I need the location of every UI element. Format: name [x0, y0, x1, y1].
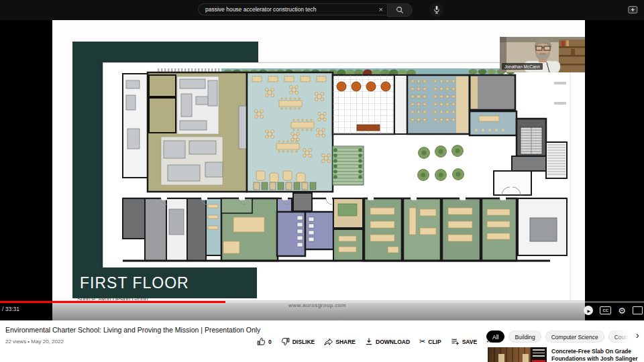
video-player[interactable]: FIRST FLOOR Source: Avon Design Group ww…: [0, 20, 644, 320]
auditorium-area: [407, 75, 470, 134]
dislike-button[interactable]: DISLIKE: [281, 337, 315, 346]
progress-played: [0, 301, 225, 303]
chips-next-arrow-icon[interactable]: [636, 330, 639, 341]
website-note: www.aurosgroup.com: [288, 302, 346, 308]
slide-title-block: FIRST FLOOR: [72, 267, 257, 298]
top-bar: [0, 0, 644, 20]
save-button[interactable]: SAVE: [451, 338, 478, 346]
thumbs-down-icon: [281, 337, 290, 346]
chips-fade: [614, 330, 635, 345]
terrace: [333, 146, 364, 185]
search-icon: [396, 6, 404, 14]
download-button[interactable]: DOWNLOAD: [365, 337, 410, 346]
vestibule: [494, 171, 531, 195]
scissors-icon: [419, 337, 425, 346]
first-floor-heading: FIRST FLOOR: [72, 274, 189, 292]
youtube-watch-page: FIRST FLOOR Source: Avon Design Group ww…: [0, 0, 644, 362]
video-title: Environmental Charter School: Living and…: [5, 326, 260, 334]
like-button[interactable]: 0: [257, 337, 272, 346]
chip-building[interactable]: Building: [508, 330, 541, 343]
video-meta: 22 views • May 20, 2022: [5, 339, 64, 345]
miniplayer-icon[interactable]: [633, 306, 643, 314]
create-video-button[interactable]: [628, 5, 639, 13]
download-icon: [365, 337, 373, 346]
stair-lobby: [512, 156, 546, 171]
create-video-icon: [628, 5, 639, 14]
slide-bottom-band: www.aurosgroup.com: [52, 300, 585, 320]
voice-search-button[interactable]: [429, 3, 443, 17]
fire-stair: [546, 142, 567, 178]
patio-link-room: [394, 75, 407, 134]
chip-all[interactable]: All: [486, 330, 504, 343]
share-icon: [324, 338, 333, 346]
kitchen-area: [148, 72, 247, 192]
patio-area: [333, 75, 394, 134]
presentation-slide: FIRST FLOOR Source: Avon Design Group ww…: [52, 20, 585, 320]
search-button[interactable]: [387, 3, 413, 17]
settings-gear-icon[interactable]: [618, 304, 626, 316]
microphone-icon: [433, 5, 440, 14]
related-title[interactable]: Concrete-Free Slab On Grade Foundations …: [551, 348, 642, 362]
search-box[interactable]: [198, 3, 387, 15]
time-display: / 33:31: [2, 306, 19, 312]
clear-search-icon[interactable]: [379, 6, 383, 13]
slide-accent-left-bar: [72, 42, 104, 298]
clip-button[interactable]: CLIP: [419, 337, 441, 346]
classrooms: [123, 193, 567, 261]
progress-bar[interactable]: [0, 301, 644, 303]
floor-plan-graphic: [121, 67, 569, 268]
stairwell: [517, 119, 546, 156]
autoplay-toggle-icon[interactable]: [584, 306, 593, 315]
thumbs-up-icon: [257, 337, 266, 346]
filter-chips: All Building Computer Science Courses: [486, 330, 635, 344]
right-rooms: [470, 75, 517, 135]
playlist-add-icon: [451, 338, 460, 346]
chip-computer-science[interactable]: Computer Science: [545, 330, 604, 343]
captions-button[interactable]: CC: [600, 306, 611, 314]
related-thumbnail[interactable]: [488, 347, 547, 362]
presenter-name-label: Jonathan McCann: [502, 63, 543, 70]
courtyard-trees: [418, 145, 464, 181]
webcam-overlay: Jonathan McCann: [500, 37, 585, 72]
pha-live-badge: [531, 347, 547, 362]
search-input[interactable]: [205, 6, 379, 13]
watch-info-section: Environmental Charter School: Living and…: [0, 320, 644, 362]
action-bar: 0 DISLIKE SHARE DOWNLOAD: [257, 337, 494, 346]
share-button[interactable]: SHARE: [324, 338, 356, 346]
mech-rooms: [123, 74, 148, 178]
